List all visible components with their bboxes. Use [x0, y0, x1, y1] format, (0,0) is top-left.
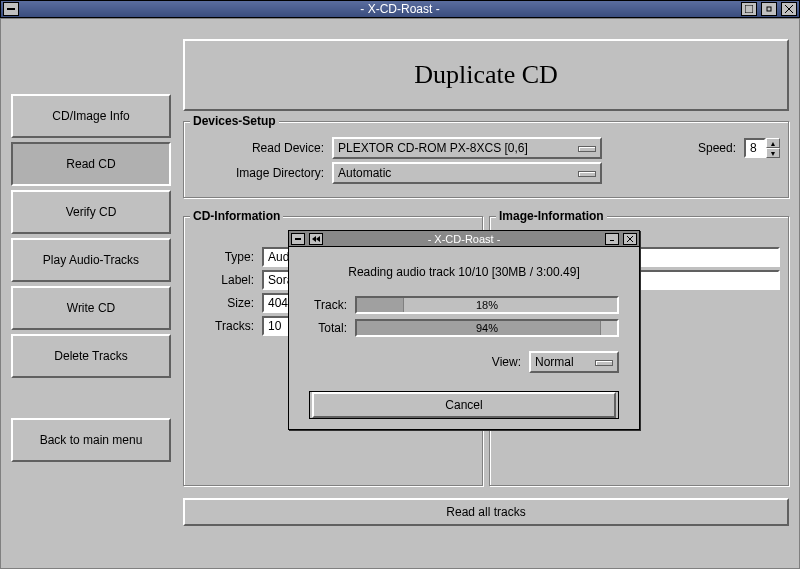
speed-label: Speed: [698, 141, 744, 155]
sidebar-item-label: Read CD [66, 157, 115, 171]
sidebar-item-delete-tracks[interactable]: Delete Tracks [11, 334, 171, 378]
progress-status: Reading audio track 10/10 [30MB / 3:00.4… [309, 255, 619, 291]
sidebar-item-label: Verify CD [66, 205, 117, 219]
size-label: Size: [192, 296, 262, 310]
sidebar-item-verify-cd[interactable]: Verify CD [11, 190, 171, 234]
read-device-label: Read Device: [192, 141, 332, 155]
image-dir-dropdown[interactable]: Automatic [332, 162, 602, 184]
view-dropdown[interactable]: Normal [529, 351, 619, 373]
read-device-dropdown[interactable]: PLEXTOR CD-ROM PX-8XCS [0,6] [332, 137, 602, 159]
close-button[interactable] [781, 2, 797, 16]
total-progress-bar: 94% [355, 319, 619, 337]
fieldset-legend: CD-Information [190, 209, 283, 223]
image-dir-label: Image Directory: [192, 166, 332, 180]
back-to-main-button[interactable]: Back to main menu [11, 418, 171, 462]
sidebar-item-label: Delete Tracks [54, 349, 127, 363]
field-value: 10 [268, 319, 281, 333]
track-progress-text: 18% [357, 298, 617, 312]
window-menu-button[interactable] [3, 2, 19, 16]
dropdown-value: Automatic [338, 166, 391, 180]
sidebar: CD/Image Info Read CD Verify CD Play Aud… [11, 94, 171, 466]
svg-marker-6 [312, 236, 316, 242]
dialog-titlebar[interactable]: - X-CD-Roast - [289, 231, 639, 247]
button-label: Read all tracks [446, 505, 525, 519]
dropdown-value: PLEXTOR CD-ROM PX-8XCS [0,6] [338, 141, 528, 155]
svg-rect-1 [745, 5, 753, 13]
sidebar-item-label: Write CD [67, 301, 115, 315]
sidebar-item-write-cd[interactable]: Write CD [11, 286, 171, 330]
speed-value[interactable]: 8 [744, 138, 766, 158]
dialog-close-button[interactable] [623, 233, 637, 245]
dropdown-icon [578, 171, 596, 177]
dialog-menu-button[interactable] [291, 233, 305, 245]
sidebar-item-read-cd[interactable]: Read CD [11, 142, 171, 186]
label-label: Label: [192, 273, 262, 287]
button-label: Cancel [312, 392, 616, 418]
sidebar-item-cd-image-info[interactable]: CD/Image Info [11, 94, 171, 138]
dialog-body: Reading audio track 10/10 [30MB / 3:00.4… [289, 247, 639, 429]
svg-rect-0 [7, 8, 15, 10]
progress-dialog: - X-CD-Roast - Reading audio track 10/10… [288, 230, 640, 430]
tracks-label: Tracks: [192, 319, 262, 333]
main-titlebar: - X-CD-Roast - [0, 0, 800, 18]
sidebar-item-label: Play Audio-Tracks [43, 253, 139, 267]
spin-up-icon[interactable]: ▲ [766, 138, 780, 148]
track-progress-bar: 18% [355, 296, 619, 314]
dropdown-icon [578, 146, 596, 152]
sidebar-item-play-audio[interactable]: Play Audio-Tracks [11, 238, 171, 282]
svg-rect-5 [295, 238, 301, 240]
heading-frame: Duplicate CD [183, 39, 789, 111]
dialog-title: - X-CD-Roast - [289, 233, 639, 245]
total-progress-text: 94% [357, 321, 617, 335]
svg-marker-7 [316, 236, 320, 242]
type-label: Type: [192, 250, 262, 264]
window-title: - X-CD-Roast - [1, 2, 799, 16]
track-progress-label: Track: [309, 298, 355, 312]
dialog-pin-button[interactable] [309, 233, 323, 245]
read-all-tracks-button[interactable]: Read all tracks [183, 498, 789, 526]
view-label: View: [492, 355, 521, 369]
svg-rect-2 [767, 7, 771, 11]
minimize-button[interactable] [761, 2, 777, 16]
maximize-button[interactable] [741, 2, 757, 16]
fieldset-legend: Devices-Setup [190, 114, 279, 128]
dialog-minimize-button[interactable] [605, 233, 619, 245]
speed-stepper[interactable]: 8 ▲ ▼ [744, 138, 780, 158]
devices-setup-group: Devices-Setup Read Device: PLEXTOR CD-RO… [183, 121, 789, 198]
dropdown-icon [595, 360, 613, 366]
sidebar-item-label: CD/Image Info [52, 109, 129, 123]
spin-down-icon[interactable]: ▼ [766, 148, 780, 158]
page-title: Duplicate CD [414, 60, 558, 90]
total-progress-label: Total: [309, 321, 355, 335]
svg-rect-8 [610, 240, 614, 241]
fieldset-legend: Image-Information [496, 209, 607, 223]
button-label: Back to main menu [40, 433, 143, 447]
cancel-button[interactable]: Cancel [309, 391, 619, 419]
dropdown-value: Normal [535, 355, 574, 369]
